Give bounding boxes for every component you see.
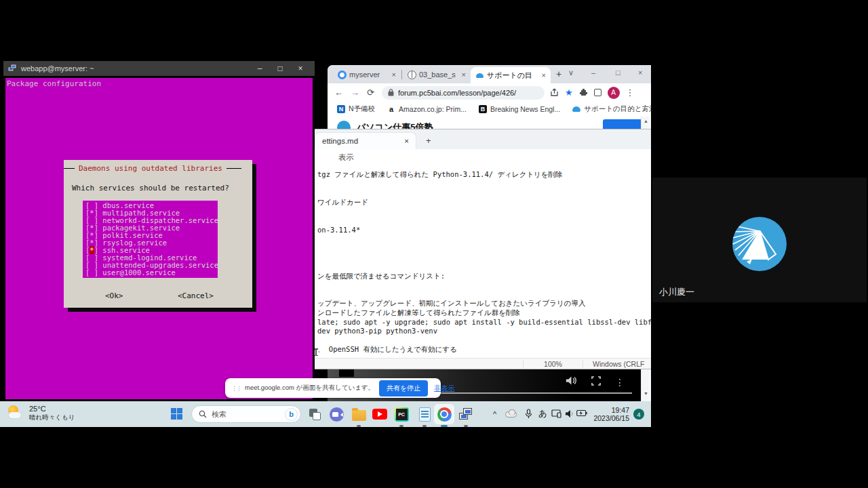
battery-icon[interactable] [576, 409, 587, 418]
dialog-buttons: <Ok> <Cancel> [64, 291, 252, 301]
scroll-down-icon[interactable]: ▼ [642, 391, 650, 396]
notepad-window: ettings.md × + 表示 tgz ファイルと解凍して得られた Pyth… [313, 129, 651, 369]
terminal-title: webapp@myserver: ~ [21, 64, 250, 73]
search-placeholder: 検索 [212, 409, 285, 420]
start-button[interactable] [171, 408, 182, 420]
new-tab-button[interactable]: + [556, 68, 561, 79]
services-list: [ ] dbus.service [*] multipathd.service … [83, 201, 218, 278]
tab-03-base[interactable]: 03_base_s × [403, 66, 471, 83]
chrome-app-icon[interactable] [434, 404, 454, 424]
running-indicator [422, 425, 427, 427]
forward-button[interactable]: → [351, 87, 359, 98]
text-line [317, 244, 651, 253]
hide-link[interactable]: 非表示 [434, 384, 454, 393]
chrome-menu-icon[interactable]: ⋮ [626, 87, 635, 98]
active-indicator [441, 425, 448, 427]
text-line: on-3.11.4* [317, 226, 651, 235]
dialog-title-row: Daemons using outdated libraries [64, 164, 252, 173]
service-checkbox-row[interactable]: [ ] user@1000.service [85, 269, 218, 277]
tab-close-icon[interactable]: × [392, 70, 396, 79]
terminal-titlebar[interactable]: webapp@myserver: ~ – □ × [3, 61, 315, 76]
microphone-icon[interactable] [525, 409, 532, 420]
bookmarks-overflow-icon[interactable]: » [642, 105, 646, 113]
running-indicator [464, 425, 468, 427]
menu-view[interactable]: 表示 [338, 152, 354, 163]
close-button[interactable]: × [638, 68, 642, 77]
taskbar-clock[interactable]: 19:47 2023/06/15 [587, 406, 629, 422]
bookmark-amazon[interactable]: a Amazon.co.jp: Prim... [387, 105, 467, 113]
cancel-button[interactable]: <Cancel> [178, 291, 214, 300]
back-button[interactable]: ← [334, 87, 343, 98]
taskbar-search[interactable]: 検索 b [191, 405, 301, 423]
maximize-button[interactable]: □ [270, 64, 290, 73]
video-menu-icon[interactable]: ⋮ [615, 377, 625, 388]
fullscreen-icon[interactable] [591, 376, 601, 388]
putty-app-icon[interactable] [458, 406, 474, 422]
bookmark-support[interactable]: サポートの目的と方法... [572, 104, 651, 114]
chrome-toolbar: ← → ⟳ forum.pc5bai.com/lesson/page/426/ … [328, 83, 651, 102]
participant-tile[interactable]: 小川慶一 [652, 178, 867, 302]
text-line [317, 207, 651, 216]
tab-myserver[interactable]: myserver × [333, 66, 401, 83]
notepad-app-icon[interactable] [416, 406, 433, 422]
tab-search-chevron-icon[interactable]: ∨ [568, 68, 574, 77]
ok-button[interactable]: <Ok> [105, 291, 123, 300]
minimize-button[interactable]: – [591, 68, 595, 77]
reload-button[interactable]: ⟳ [367, 87, 374, 98]
text-line [317, 216, 651, 226]
youtube-icon[interactable] [372, 406, 388, 422]
weather-icon [7, 404, 24, 422]
drag-handle-icon[interactable]: ⋮⋮ [231, 385, 241, 392]
stop-sharing-button[interactable]: 共有を停止 [379, 380, 428, 396]
notepad-menubar: 表示 [314, 149, 651, 165]
text-line: ンを最低限で済ませるコマンドリスト: [317, 272, 651, 281]
tab-close-icon[interactable]: × [404, 137, 409, 145]
text-line [317, 180, 651, 189]
bookmark-star-icon[interactable]: ★ [565, 87, 573, 98]
scroll-up-icon[interactable]: ▲ [642, 119, 650, 123]
dialog-title: Daemons using outdated libraries [75, 164, 226, 173]
bookmark-n-yobiko[interactable]: N N予備校 [337, 104, 375, 114]
tab-support-active[interactable]: サポートの目 × [471, 67, 551, 83]
package-configuration-label: Package configuration [7, 79, 101, 88]
profile-avatar[interactable]: A [608, 87, 620, 99]
lock-icon [388, 89, 394, 96]
file-explorer-icon[interactable] [351, 406, 367, 422]
meet-share-bar: ⋮⋮ meet.google.com が画面を共有しています。 共有を停止 非表… [225, 378, 441, 398]
participant-avatar [732, 217, 787, 271]
bookmark-breaking-news[interactable]: B Breaking News Engl... [479, 105, 560, 113]
tab-label: サポートの目 [487, 70, 539, 81]
task-view-button[interactable] [307, 406, 323, 422]
new-tab-button[interactable]: + [426, 136, 431, 146]
onedrive-icon[interactable] [505, 411, 517, 418]
tab-close-icon[interactable]: × [462, 70, 466, 79]
bookmark-favicon: B [479, 105, 487, 113]
text-line [317, 281, 651, 290]
volume-icon[interactable] [566, 375, 577, 388]
share-icon[interactable] [550, 88, 559, 97]
bing-icon[interactable]: b [285, 408, 298, 421]
notepad-text-area[interactable]: tgz ファイルと解凍して得られた Python-3.11.4/ ディレクトリを… [314, 165, 651, 358]
terminal-screen[interactable]: Package configuration Daemons using outd… [3, 76, 315, 401]
address-bar[interactable]: forum.pc5bai.com/lesson/page/426/ [382, 86, 545, 100]
text-line [317, 235, 651, 244]
speaker-icon[interactable] [565, 409, 574, 420]
notification-badge[interactable]: 4 [633, 409, 644, 420]
notepad-tab-settings[interactable]: ettings.md × [315, 132, 416, 149]
chat-app-icon[interactable] [328, 406, 344, 422]
minimize-button[interactable]: – [250, 64, 270, 73]
checkbox-mark [90, 268, 94, 277]
tab-close-icon[interactable]: × [542, 71, 546, 79]
weather-widget[interactable]: 25°C 晴れ時々くもり [7, 404, 75, 422]
bookmark-label: Breaking News Engl... [490, 105, 560, 113]
ime-indicator[interactable]: あ [538, 408, 547, 420]
close-button[interactable]: × [290, 64, 311, 73]
maximize-button[interactable]: □ [616, 68, 620, 77]
text-line [317, 188, 651, 198]
side-panel-icon[interactable] [594, 89, 601, 96]
cast-screen-icon[interactable] [551, 409, 561, 420]
extensions-icon[interactable] [579, 88, 588, 97]
text-line: late; sudo apt -y upgrade; sudo apt inst… [317, 318, 651, 327]
tray-chevron-icon[interactable]: ^ [493, 410, 496, 418]
pycharm-icon[interactable]: PC [393, 406, 410, 422]
